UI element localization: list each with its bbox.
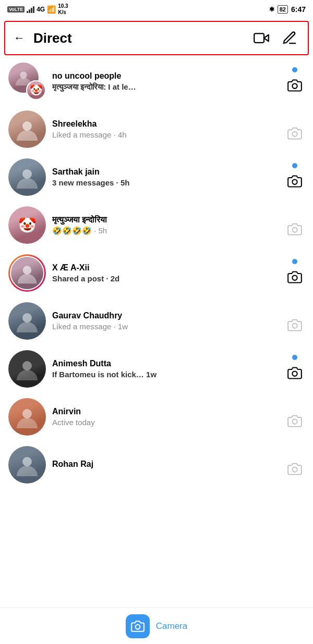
message-preview: Liked a message · 1w [52,322,279,331]
list-item[interactable]: 🤡 मृत्युञ्जया इन्दोरिया 🤣🤣🤣🤣 · 5h [0,201,313,249]
msg-content: Gaurav Chaudhry Liked a message · 1w [52,311,279,331]
avatar-wrap [8,158,46,196]
contact-name: Animesh Dutta [52,359,279,368]
list-item[interactable]: Shreelekha Liked a message · 4h [0,105,313,153]
bottom-bar: Camera [0,608,313,644]
camera-icon [287,366,302,380]
msg-right [285,211,305,239]
contact-name: Shreelekha [52,119,279,129]
avatar-with-story-ring [8,254,46,292]
unread-indicator [292,259,297,264]
svg-point-12 [292,324,297,328]
camera-icon [287,78,302,93]
avatar-wrap [8,302,46,340]
signal-bars [27,6,34,13]
avatar: 🤡 [8,206,46,244]
msg-content: Shreelekha Liked a message · 4h [52,119,279,139]
list-item[interactable]: Gaurav Chaudhry Liked a message · 1w [0,297,313,345]
camera-button[interactable] [285,76,305,95]
msg-right [285,403,305,431]
status-right: ✱ 82 6:47 [269,5,306,14]
avatar-wrap [8,350,46,388]
camera-icon [287,126,302,141]
svg-point-11 [22,313,32,323]
header-icons [251,28,299,48]
list-item[interactable]: Animesh Dutta If Bartomeu is not kick… 1… [0,345,313,393]
svg-point-4 [22,121,32,131]
camera-button[interactable] [285,459,305,479]
svg-point-13 [22,361,32,370]
camera-shortcut-button[interactable] [126,614,150,638]
battery-icon: 82 [278,5,288,14]
list-item[interactable]: Rohan Raj [0,441,313,525]
message-preview: Active today [52,418,279,427]
unread-indicator [292,355,297,360]
contact-name: Anirvin [52,407,279,416]
msg-right [285,67,305,95]
msg-content: no uncool people मृत्युञ्जया इन्दोरिया: … [52,71,279,92]
header-left: ← Direct [14,30,72,46]
avatar-wrap: 🤡 [8,63,46,100]
camera-button[interactable] [285,315,305,335]
compose-icon [282,30,297,46]
camera-button[interactable] [285,171,305,191]
camera-icon [287,462,302,476]
avatar-wrap: 🤡 [8,206,46,244]
svg-point-19 [135,624,140,629]
camera-button[interactable] [285,219,305,239]
unread-indicator [292,163,297,168]
svg-point-9 [23,266,32,275]
avatar-wrap [8,254,46,292]
volte-badge: VoLTE [7,6,25,13]
camera-shortcut-icon [131,620,145,633]
list-item[interactable]: X Æ A-Xii Shared a post · 2d [0,249,313,297]
message-preview: Liked a message · 4h [52,130,279,139]
status-bar: VoLTE 4G 📶 10.3 K/s ✱ 82 6:47 [0,0,313,19]
group-avatar-sub: 🤡 [26,80,46,100]
time-display: 6:47 [291,5,306,14]
msg-right [285,163,305,191]
contact-name: Gaurav Chaudhry [52,311,279,320]
back-button[interactable]: ← [14,31,25,45]
msg-right [285,355,305,383]
header: ← Direct [4,21,309,55]
bluetooth-icon: ✱ [269,6,274,13]
message-preview: मृत्युञ्जया इन्दोरिया: I at le… [52,82,279,92]
page-title: Direct [33,30,72,46]
list-item[interactable]: 🤡 no uncool people मृत्युञ्जया इन्दोरिया… [0,57,313,105]
compose-button[interactable] [280,28,299,48]
contact-name: X Æ A-Xii [52,263,279,273]
msg-content: मृत्युञ्जया इन्दोरिया 🤣🤣🤣🤣 · 5h [52,215,279,236]
msg-content: Rohan Raj [52,460,279,470]
camera-button[interactable] [285,267,305,287]
avatar [8,446,46,484]
camera-button[interactable] [285,123,305,143]
msg-content: Anirvin Active today [52,407,279,427]
camera-label: Camera [156,621,187,631]
list-item[interactable]: Sarthak jain 3 new messages · 5h [0,153,313,201]
status-left: VoLTE 4G 📶 10.3 K/s [7,3,68,16]
video-call-button[interactable] [251,28,271,48]
svg-point-8 [292,228,297,232]
contact-name: no uncool people [52,71,279,81]
msg-content: X Æ A-Xii Shared a post · 2d [52,263,279,283]
svg-point-6 [22,169,32,179]
video-camera-icon [254,30,269,46]
svg-point-16 [292,419,297,424]
avatar [8,350,46,388]
svg-rect-0 [254,33,264,43]
svg-point-18 [292,467,297,472]
camera-button[interactable] [285,411,305,431]
message-list: 🤡 no uncool people मृत्युञ्जया इन्दोरिया… [0,57,313,525]
svg-point-14 [292,371,297,376]
data-speed: 10.3 K/s [58,3,68,16]
camera-icon [287,222,302,237]
camera-icon [287,318,302,332]
contact-name: Rohan Raj [52,460,279,469]
camera-icon [287,174,302,189]
avatar [8,302,46,340]
msg-right [285,307,305,335]
camera-button[interactable] [285,363,305,383]
avatar-wrap [8,398,46,436]
list-item[interactable]: Anirvin Active today [0,393,313,441]
